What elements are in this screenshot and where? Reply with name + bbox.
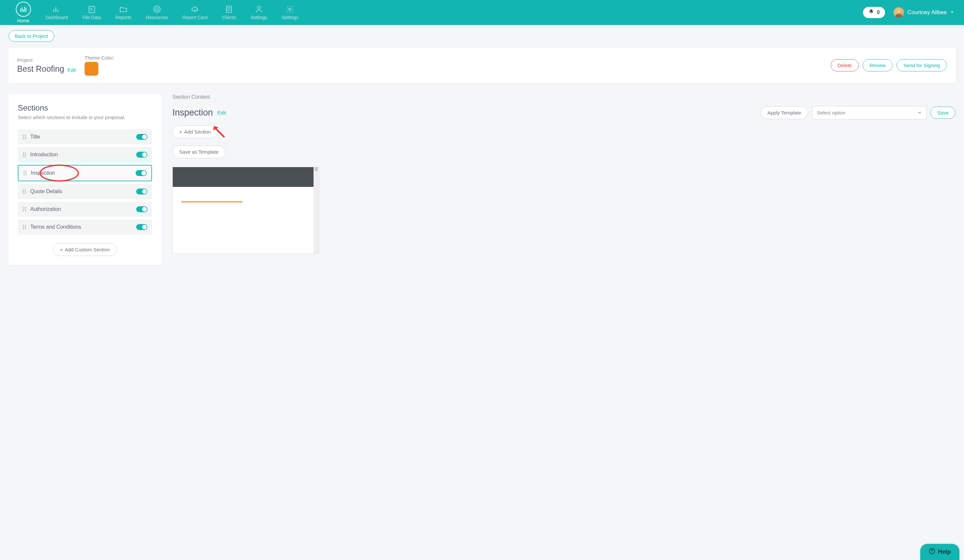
svg-point-33 bbox=[23, 209, 24, 210]
section-row-inspection[interactable]: Inspection bbox=[18, 165, 152, 181]
add-section-label: Add Section bbox=[184, 129, 211, 135]
svg-point-36 bbox=[25, 211, 26, 212]
svg-point-42 bbox=[25, 228, 26, 230]
drag-handle-icon[interactable] bbox=[22, 134, 26, 140]
review-button[interactable]: Review bbox=[863, 59, 892, 72]
doc-icon bbox=[225, 5, 233, 13]
section-content-label: Section Content bbox=[173, 94, 956, 100]
notification-count: 0 bbox=[877, 10, 880, 15]
section-toggle[interactable] bbox=[136, 189, 147, 194]
sections-panel: Sections Select which sections to includ… bbox=[8, 94, 161, 265]
section-row-title[interactable]: Title bbox=[18, 129, 152, 145]
add-section-button[interactable]: + Add Section bbox=[173, 125, 218, 138]
user-menu[interactable]: Courtney Allbee bbox=[894, 7, 954, 18]
svg-point-31 bbox=[23, 207, 24, 208]
nav-label: Resources bbox=[146, 15, 168, 20]
add-custom-section-button[interactable]: + Add Custom Section bbox=[53, 243, 117, 256]
section-row-terms[interactable]: Terms and Conditions bbox=[18, 220, 152, 234]
svg-point-1 bbox=[154, 6, 160, 13]
svg-point-18 bbox=[25, 156, 26, 157]
section-name: Title bbox=[30, 134, 132, 140]
apply-template-button[interactable]: Apply Template bbox=[760, 106, 808, 119]
project-name: Best Roofing bbox=[17, 64, 64, 74]
svg-point-14 bbox=[25, 153, 26, 154]
svg-point-35 bbox=[23, 211, 24, 212]
section-row-introduction[interactable]: Introduction bbox=[18, 147, 152, 162]
svg-point-22 bbox=[26, 173, 27, 174]
person-icon bbox=[255, 5, 263, 13]
nav-label: Reports bbox=[116, 15, 132, 20]
template-select[interactable]: Select option bbox=[812, 106, 927, 119]
preview-divider bbox=[181, 201, 243, 202]
avatar bbox=[894, 7, 904, 18]
preview-scrollbar[interactable] bbox=[314, 167, 319, 253]
svg-point-9 bbox=[23, 137, 24, 138]
back-to-project-button[interactable]: Back to Project bbox=[8, 30, 54, 42]
plus-icon: + bbox=[60, 247, 63, 252]
svg-point-6 bbox=[897, 9, 901, 13]
section-name: Introduction bbox=[30, 152, 132, 158]
nav-home[interactable]: Home bbox=[10, 0, 37, 25]
section-row-quote-details[interactable]: Quote Details bbox=[18, 184, 152, 199]
nav-label: Settings bbox=[282, 15, 298, 20]
svg-point-5 bbox=[289, 8, 291, 11]
section-toggle[interactable] bbox=[136, 206, 147, 212]
nav-resources[interactable]: Resources bbox=[140, 3, 174, 21]
svg-point-37 bbox=[23, 225, 24, 226]
nav-file-data[interactable]: File Data bbox=[77, 3, 107, 21]
project-label: Project: bbox=[17, 57, 76, 63]
cloud-icon bbox=[191, 5, 199, 13]
bars-icon bbox=[16, 2, 31, 17]
nav-dashboard[interactable]: Dashboard bbox=[39, 3, 74, 21]
section-name: Inspection bbox=[31, 170, 132, 176]
content-title: Inspection bbox=[173, 107, 213, 118]
nav-clients-person[interactable]: Settings bbox=[245, 3, 274, 21]
svg-point-7 bbox=[23, 135, 24, 136]
svg-point-10 bbox=[25, 137, 26, 138]
nav-report-card[interactable]: Report Card bbox=[176, 3, 213, 21]
gear-icon bbox=[286, 5, 294, 13]
drag-handle-icon[interactable] bbox=[22, 189, 26, 194]
checklist-icon bbox=[88, 5, 96, 13]
target-icon bbox=[153, 5, 161, 13]
svg-point-11 bbox=[23, 138, 24, 139]
notification-pill[interactable]: 0 bbox=[863, 7, 885, 18]
top-nav: Home Dashboard File Data Reports Resourc… bbox=[0, 0, 964, 25]
svg-point-26 bbox=[25, 189, 26, 190]
section-name: Authorization bbox=[30, 206, 132, 212]
section-toggle[interactable] bbox=[136, 224, 147, 230]
section-toggle[interactable] bbox=[135, 170, 147, 176]
drag-handle-icon[interactable] bbox=[22, 225, 26, 230]
drag-handle-icon[interactable] bbox=[22, 152, 26, 157]
project-edit-link[interactable]: Edit bbox=[67, 67, 76, 73]
save-button[interactable]: Save bbox=[930, 107, 956, 119]
drag-handle-icon[interactable] bbox=[22, 207, 26, 212]
drag-handle-icon[interactable] bbox=[23, 171, 27, 176]
svg-point-2 bbox=[156, 8, 159, 11]
svg-point-32 bbox=[25, 207, 26, 208]
theme-color-swatch[interactable] bbox=[85, 62, 98, 76]
svg-point-20 bbox=[26, 171, 27, 172]
nav-clients[interactable]: Clients bbox=[216, 3, 242, 21]
save-as-template-button[interactable]: Save as Template bbox=[173, 145, 225, 158]
section-toggle[interactable] bbox=[136, 152, 147, 158]
svg-point-38 bbox=[25, 225, 26, 226]
svg-point-40 bbox=[25, 227, 26, 228]
svg-point-30 bbox=[25, 193, 26, 194]
content-edit-link[interactable]: Edit bbox=[218, 110, 226, 116]
svg-point-39 bbox=[23, 227, 24, 228]
delete-button[interactable]: Delete bbox=[831, 59, 859, 72]
section-row-authorization[interactable]: Authorization bbox=[18, 202, 152, 217]
svg-rect-0 bbox=[89, 6, 94, 13]
nav-reports[interactable]: Reports bbox=[109, 3, 138, 21]
svg-point-23 bbox=[24, 174, 25, 175]
folder-icon bbox=[119, 5, 128, 13]
svg-point-17 bbox=[23, 156, 24, 157]
svg-point-24 bbox=[26, 174, 27, 175]
section-toggle[interactable] bbox=[136, 134, 147, 140]
nav-settings[interactable]: Settings bbox=[276, 3, 305, 21]
chevron-down-icon bbox=[950, 9, 954, 16]
svg-point-4 bbox=[257, 6, 261, 9]
sections-title: Sections bbox=[18, 103, 152, 112]
send-for-signing-button[interactable]: Send for Signing bbox=[897, 59, 947, 72]
